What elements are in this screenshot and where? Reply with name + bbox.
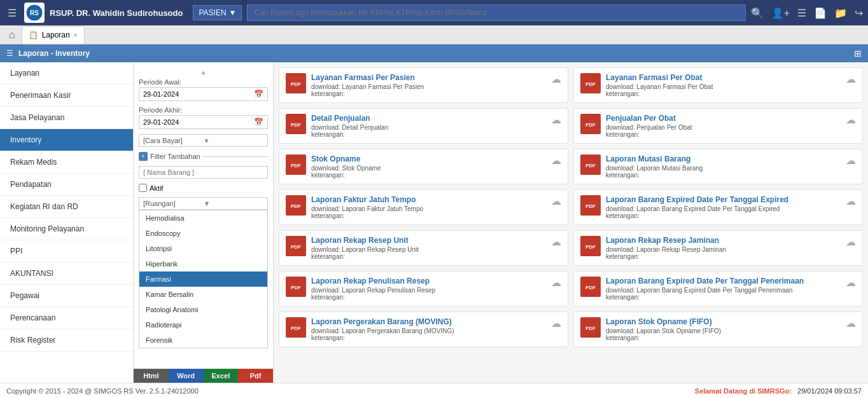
ruangan-item-litotripsi[interactable]: Litotripsi: [139, 241, 267, 256]
card-barang-expired-per-tanggal-expired: PDF Laporan Barang Expired Date Per Tang…: [573, 189, 863, 225]
calendar-icon[interactable]: 📅: [254, 90, 263, 99]
card-title-1[interactable]: Layanan Farmasi Per Obat: [606, 73, 841, 82]
card-download-0: download: Layanan Farmasi Per Pasien: [311, 83, 546, 90]
periode-awal-field[interactable]: [143, 90, 254, 98]
card-title-0[interactable]: Layanan Farmasi Per Pasien: [311, 73, 546, 82]
ruangan-item-hemodialisa[interactable]: Hemodialisa: [139, 210, 267, 226]
ruangan-item-farmasi[interactable]: Farmasi: [139, 271, 267, 287]
card-cloud-icon-9[interactable]: ☁: [846, 236, 856, 248]
sidebar-item-kegiatan-ri-rd[interactable]: Kegiatan RI dan RD: [0, 196, 133, 218]
card-content-2: Detail Penjualan download: Detail Penjua…: [311, 114, 546, 138]
word-button[interactable]: Word: [169, 369, 204, 383]
document-icon[interactable]: 📄: [814, 7, 827, 19]
card-icon-2: PDF: [286, 114, 306, 134]
card-title-12[interactable]: Laporan Pergerakan Barang (MOVING): [311, 317, 546, 326]
nama-barang-input[interactable]: [139, 166, 268, 179]
card-title-2[interactable]: Detail Penjualan: [311, 114, 546, 123]
card-download-3: download: Penjualan Per Obat: [606, 124, 841, 131]
sidebar-item-inventory[interactable]: Inventory: [0, 129, 133, 151]
excel-button[interactable]: Excel: [204, 369, 239, 383]
sidebar-item-monitoring-pelayanan[interactable]: Monitoring Pelayanan: [0, 218, 133, 240]
aktif-checkbox[interactable]: [139, 184, 147, 192]
sidebar-item-rekam-medis[interactable]: Rekam Medis: [0, 151, 133, 174]
card-content-4: Stok Opname download: Stok Opname ketera…: [311, 154, 546, 179]
periode-akhir-input[interactable]: 📅: [139, 115, 268, 129]
add-user-icon[interactable]: 👤+: [771, 7, 790, 19]
periode-akhir-field[interactable]: [143, 118, 254, 126]
hamburger-icon[interactable]: ☰: [5, 4, 19, 22]
ruangan-item-radioterapi[interactable]: Radioterapi: [139, 317, 267, 333]
aktif-label: Aktif: [150, 184, 163, 192]
sidebar-item-pendapatan[interactable]: Pendapatan: [0, 174, 133, 196]
sidebar-item-layanan[interactable]: Layanan: [0, 62, 133, 85]
card-cloud-icon-10[interactable]: ☁: [551, 277, 561, 289]
card-keterangan-8: keterangan:: [311, 253, 546, 260]
card-cloud-icon-11[interactable]: ☁: [846, 277, 856, 289]
sidebar-item-ppi[interactable]: PPI: [0, 240, 133, 263]
ruangan-item-endoscopy[interactable]: Endoscopy: [139, 226, 267, 241]
periode-awal-input[interactable]: 📅: [139, 87, 268, 101]
card-keterangan-13: keterangan:: [606, 334, 841, 341]
card-title-10[interactable]: Laporan Rekap Penulisan Resep: [311, 277, 546, 285]
card-title-7[interactable]: Laporan Barang Expired Date Per Tanggal …: [606, 195, 841, 204]
card-title-4[interactable]: Stok Opname: [311, 154, 546, 163]
ruangan-item-forensik[interactable]: Forensik: [139, 333, 267, 348]
pasien-dropdown[interactable]: PASIEN ▼: [193, 5, 242, 20]
card-cloud-icon-2[interactable]: ☁: [551, 114, 561, 126]
ruangan-item-kamar-bersalin[interactable]: Kamar Bersalin: [139, 287, 267, 302]
pdf-button[interactable]: Pdf: [238, 369, 273, 383]
ruangan-item-patologi-anatomi[interactable]: Patologi Anatomi: [139, 302, 267, 317]
card-laporan-rekap-penulisan-resep: PDF Laporan Rekap Penulisan Resep downlo…: [279, 271, 568, 306]
card-title-9[interactable]: Laporan Rekap Resep Jaminan: [606, 236, 841, 245]
card-icon-10: PDF: [286, 277, 306, 297]
top-bar: ☰ RS RSUP. DR. Wahidin Sudirohusodo PASI…: [0, 0, 868, 25]
ruangan-item-hiperbarik[interactable]: Hiperbarik: [139, 256, 267, 271]
html-button[interactable]: Html: [134, 369, 169, 383]
card-cloud-icon-1[interactable]: ☁: [846, 73, 856, 85]
card-cloud-icon-5[interactable]: ☁: [846, 154, 856, 167]
card-title-3[interactable]: Penjualan Per Obat: [606, 114, 841, 123]
hospital-name: RSUP. DR. Wahidin Sudirohusodo: [50, 8, 183, 18]
card-cloud-icon-7[interactable]: ☁: [846, 195, 856, 207]
sidebar-item-jasa-pelayanan[interactable]: Jasa Pelayanan: [0, 107, 133, 129]
card-title-8[interactable]: Laporan Rekap Resep Unit: [311, 236, 546, 245]
card-keterangan-2: keterangan:: [311, 131, 546, 138]
card-cloud-icon-13[interactable]: ☁: [846, 317, 856, 329]
card-cloud-icon-3[interactable]: ☁: [846, 114, 856, 126]
card-icon-8: PDF: [286, 236, 306, 256]
home-button[interactable]: ⌂: [5, 27, 19, 43]
ruangan-select[interactable]: [Ruangan] ▼: [139, 197, 268, 210]
left-panel: ▲ Periode Awal: 📅 Periode Akhir: 📅 [Cara…: [134, 62, 274, 383]
card-title-13[interactable]: Laporan Stok Opname (FIFO): [606, 317, 841, 326]
sidebar-item-penerimaan-kasir[interactable]: Penerimaan Kasir: [0, 85, 133, 107]
svg-text:PDF: PDF: [291, 81, 301, 87]
card-title-5[interactable]: Laporan Mutasi Barang: [606, 154, 841, 163]
card-title-11[interactable]: Laporan Barang Expired Date Per Tanggal …: [606, 277, 841, 285]
tab-close-icon[interactable]: ×: [74, 32, 78, 39]
menu-icon[interactable]: ☰: [797, 7, 806, 19]
card-cloud-icon-8[interactable]: ☁: [551, 236, 561, 248]
svg-text:PDF: PDF: [585, 163, 596, 168]
card-cloud-icon-12[interactable]: ☁: [551, 317, 561, 329]
sidebar-item-perencanaan[interactable]: Perencanaan: [0, 307, 133, 329]
card-cloud-icon-4[interactable]: ☁: [551, 154, 561, 167]
card-title-6[interactable]: Laporan Faktur Jatuh Tempo: [311, 195, 546, 204]
logout-icon[interactable]: ↪: [855, 7, 863, 19]
card-icon-9: PDF: [580, 236, 601, 256]
patient-search-input[interactable]: [247, 4, 745, 21]
card-content-11: Laporan Barang Expired Date Per Tanggal …: [606, 277, 841, 301]
card-cloud-icon-0[interactable]: ☁: [551, 73, 561, 85]
svg-text:PDF: PDF: [291, 163, 301, 168]
section-expand-icon[interactable]: ⊞: [854, 48, 862, 58]
cards-grid: PDF Layanan Farmasi Per Pasien download:…: [279, 67, 863, 347]
calendar-akhir-icon[interactable]: 📅: [254, 118, 263, 127]
card-cloud-icon-6[interactable]: ☁: [551, 195, 561, 207]
sidebar-item-risk-register[interactable]: Risk Register: [0, 329, 133, 352]
tab-laporan[interactable]: 📋 Laporan ×: [22, 26, 85, 44]
sidebar-item-akuntansi[interactable]: AKUNTANSI: [0, 263, 133, 285]
cara-bayar-dropdown[interactable]: [Cara Bayar] ▼: [139, 134, 268, 147]
card-keterangan-7: keterangan:: [606, 212, 841, 219]
search-icon[interactable]: 🔍: [751, 7, 764, 19]
folder-icon[interactable]: 📁: [834, 7, 847, 19]
sidebar-item-pegawai[interactable]: Pegawai: [0, 285, 133, 307]
